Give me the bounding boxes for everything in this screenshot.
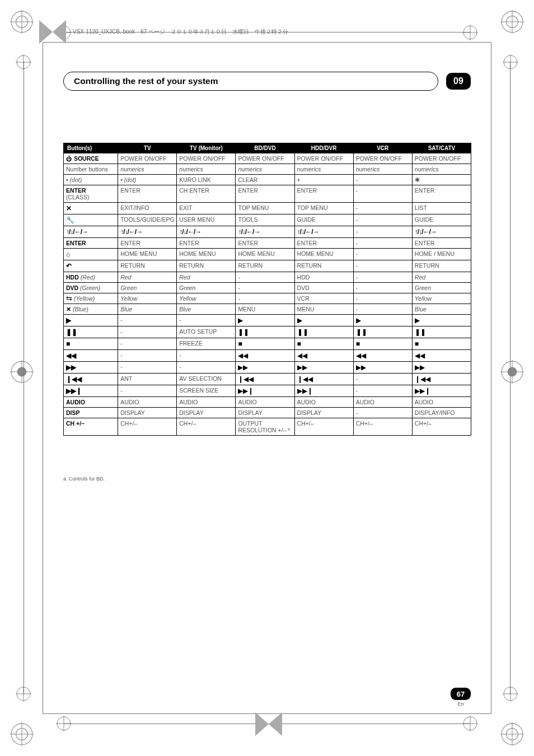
table-cell: POWER ON/OFF xyxy=(177,153,236,164)
button-label-cell: AUDIO xyxy=(64,397,118,408)
table-row: ↑/↓/←/→↑/↓/←/→↑/↓/←/→↑/↓/←/→↑/↓/←/→-↑/↓/… xyxy=(64,226,471,238)
table-cell: ✱ xyxy=(412,175,471,185)
registration-mark-icon xyxy=(10,722,34,746)
page-number: 67 xyxy=(451,688,471,700)
table-row: ✕EXIT/INFOEXITTOP MENUTOP MENU-LIST xyxy=(64,203,471,214)
table-cell: DISPLAY xyxy=(118,408,177,418)
footnote: a. Controls for BD. xyxy=(63,476,105,482)
table-row: ▶--▶▶▶▶ xyxy=(64,315,471,326)
table-cell: ❚❚ xyxy=(412,326,471,338)
table-cell: ↑/↓/←/→ xyxy=(294,226,353,238)
table-row: ⌂HOME MENUHOME MENUHOME MENUHOME MENU-HO… xyxy=(64,249,471,260)
table-cell: - xyxy=(353,238,412,249)
table-cell: ANT xyxy=(118,374,177,385)
button-label-cell: ✕ (Blue) xyxy=(64,304,118,315)
registration-mark-icon xyxy=(500,722,524,746)
table-cell: ■ xyxy=(294,338,353,350)
column-header: TV (Monitor) xyxy=(177,143,236,153)
table-cell: ❚❚ xyxy=(294,326,353,338)
table-cell: HOME MENU xyxy=(236,249,294,260)
table-row: Number buttonsnumericsnumericsnumericsnu… xyxy=(64,164,471,175)
table-cell: ▶▶❙ xyxy=(412,385,471,397)
table-cell: ◀◀ xyxy=(294,350,353,362)
table-cell: numerics xyxy=(177,164,236,175)
registration-mark-icon xyxy=(500,10,524,34)
table-cell: KURO LINK xyxy=(177,175,236,185)
table-cell: ▶ xyxy=(294,315,353,326)
table-cell: EXIT/INFO xyxy=(118,203,177,214)
button-label-cell: ↶ xyxy=(64,260,118,272)
button-label-cell: ↑/↓/←/→ xyxy=(64,226,118,238)
table-cell: - xyxy=(118,326,177,338)
table-cell: HOME MENU xyxy=(177,249,236,260)
table-cell: RETURN xyxy=(294,260,353,272)
table-cell: DISPLAY xyxy=(236,408,294,418)
registration-mark-icon xyxy=(500,360,524,384)
table-cell: numerics xyxy=(412,164,471,175)
table-cell: ▶ xyxy=(412,315,471,326)
table-cell: ❙◀◀ xyxy=(236,374,294,385)
page-badge: 67 En xyxy=(451,688,471,707)
table-cell: ▶▶❙ xyxy=(294,385,353,397)
table-cell: HOME MENU xyxy=(294,249,353,260)
bowtie-icon xyxy=(255,712,282,736)
table-cell: numerics xyxy=(353,164,412,175)
table-cell: ▶▶ xyxy=(294,362,353,374)
table-row: CH +/–CH+/–CH+/–OUTPUT RESOLUTION +/– ᵃC… xyxy=(64,418,471,436)
table-cell: HOME / MENU xyxy=(412,249,471,260)
table-cell: - xyxy=(353,175,412,185)
table-row: ❙◀◀ANTAV SELECTION❙◀◀❙◀◀-❙◀◀ xyxy=(64,374,471,385)
table-cell: CH+/– xyxy=(412,418,471,436)
table-row: DISPDISPLAYDISPLAYDISPLAYDISPLAY-DISPLAY… xyxy=(64,408,471,418)
table-cell: Green xyxy=(177,283,236,293)
table-cell: - xyxy=(353,385,412,397)
table-cell: Blue xyxy=(177,304,236,315)
table-row: ▶▶--▶▶▶▶▶▶▶▶ xyxy=(64,362,471,374)
table-cell: numerics xyxy=(118,164,177,175)
button-label-cell: ■ xyxy=(64,338,118,350)
table-cell: ▶▶ xyxy=(412,362,471,374)
table-cell: AUDIO xyxy=(177,397,236,408)
table-cell: numerics xyxy=(236,164,294,175)
table-cell: FREEZE xyxy=(177,338,236,350)
table-cell: DISPLAY xyxy=(177,408,236,418)
table-cell: POWER ON/OFF xyxy=(236,153,294,164)
page-language: En xyxy=(451,701,471,707)
table-row: ENTERENTERENTERENTERENTER-ENTER xyxy=(64,238,471,249)
table-cell: - xyxy=(177,350,236,362)
cross-mark-icon xyxy=(462,25,478,40)
table-cell: CLEAR xyxy=(236,175,294,185)
table-cell: - xyxy=(353,214,412,226)
table-cell: ENTER xyxy=(118,185,177,203)
table-cell: GUIDE xyxy=(294,214,353,226)
header-info: VSX-1120_UXJCB. book 67 ページ ２０１０年３月１０日 水… xyxy=(73,28,288,36)
table-cell: ▶ xyxy=(353,315,412,326)
table-cell: DISPLAY/INFO xyxy=(412,408,471,418)
crop-mark xyxy=(510,62,510,694)
table-cell: RETURN xyxy=(236,260,294,272)
table-cell: SCREEN SIZE xyxy=(177,385,236,397)
table-cell: POWER ON/OFF xyxy=(412,153,471,164)
table-cell: CH+/– xyxy=(353,418,412,436)
table-cell: AUDIO xyxy=(353,397,412,408)
table-cell: Yellow xyxy=(177,293,236,304)
table-cell: CH+/– xyxy=(294,418,353,436)
table-cell: - xyxy=(353,185,412,203)
table-cell: ENTER xyxy=(236,238,294,249)
table-cell: - xyxy=(177,315,236,326)
cross-mark-icon xyxy=(503,686,518,702)
table-cell: LIST xyxy=(412,203,471,214)
table-row: AUDIOAUDIOAUDIOAUDIOAUDIOAUDIOAUDIO xyxy=(64,397,471,408)
table-cell: ❙◀◀ xyxy=(294,374,353,385)
table-cell: ■ xyxy=(236,338,294,350)
chapter-title: Controlling the rest of your system xyxy=(63,72,438,91)
table-cell: EXIT xyxy=(177,203,236,214)
table-row: ■-FREEZE■■■■ xyxy=(64,338,471,350)
table-cell: - xyxy=(118,338,177,350)
table-cell: • (dot) xyxy=(118,175,177,185)
table-cell: TOOLS xyxy=(236,214,294,226)
column-header: HDD/DVR xyxy=(294,143,353,153)
table-cell: ↑/↓/←/→ xyxy=(118,226,177,238)
table-cell: AUDIO xyxy=(118,397,177,408)
table-row: 🔧TOOLS/GUIDE/EPGUSER MENUTOOLSGUIDE-GUID… xyxy=(64,214,471,226)
